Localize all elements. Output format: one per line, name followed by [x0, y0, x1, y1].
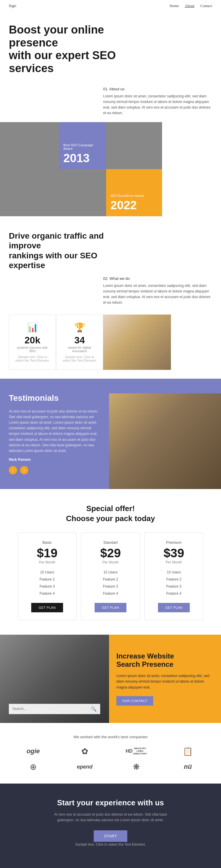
- pricing-card-basic: Basic $19 Per Month 15 UsersFeature 2Fea…: [18, 533, 77, 620]
- period-standart: Per Month: [87, 560, 134, 564]
- testimonials-name: Nick Parsen: [9, 457, 100, 462]
- pricing-heading: Special offer! Choose your pack today: [9, 504, 212, 524]
- image-grid: Best SEO Campaign Award 2013 SEO Excelle…: [0, 122, 221, 216]
- price-standart: $29: [87, 546, 134, 560]
- getplan-premium-button[interactable]: GET PLAN: [158, 603, 190, 612]
- period-basic: Per Month: [24, 560, 71, 564]
- period-premium: Per Month: [150, 560, 197, 564]
- tier-basic: Basic: [24, 540, 71, 545]
- stat-1: 📊 20k projects success rate 99% Sample t…: [9, 314, 56, 370]
- partner-hd: HDINDUSTRYLINESDIRECTORY: [126, 747, 147, 755]
- start-button[interactable]: START: [94, 830, 127, 842]
- pricing-section: Special offer! Choose your pack today Ba…: [0, 489, 221, 635]
- footer-cta-heading: Start your experience with us: [9, 798, 212, 807]
- stat-1-desc: Sample text. Click to select the Text El…: [15, 355, 50, 362]
- partner-flower: ✿: [81, 746, 88, 756]
- section2: Drive organic traffic and improve rankin…: [0, 216, 221, 379]
- about-label: 01. About us: [103, 87, 212, 91]
- stat-photo: [103, 314, 171, 370]
- cta-text: Lorem ipsum dolor sit amet, consetetur s…: [116, 673, 214, 690]
- hero-section: Boost your online presence with our expe…: [0, 12, 221, 84]
- whatwedo-text: Lorem ipsum dolor sit amet, consectetur …: [103, 283, 212, 306]
- photo-tablet: [59, 169, 106, 216]
- about-text: Lorem ipsum dolor sit amet, consectetur …: [103, 94, 212, 116]
- stat-1-subtitle: projects success rate 99%: [15, 346, 50, 353]
- stat-1-number: 20k: [15, 335, 50, 346]
- testimonials-section: Testimonials At vero eos et accusam et j…: [0, 379, 221, 489]
- partner-list: 📋: [183, 746, 193, 756]
- nav-contact[interactable]: Contact: [200, 3, 212, 8]
- stats-row: 📊 20k projects success rate 99% Sample t…: [9, 314, 212, 370]
- cta-left: 🔍: [0, 635, 109, 723]
- tier-premium: Premium: [150, 540, 197, 545]
- about-content: 01. About us Lorem ipsum dolor sit amet,…: [103, 87, 212, 116]
- price-basic: $19: [24, 546, 71, 560]
- search-input[interactable]: [12, 707, 91, 711]
- pricing-card-standart: Standart $29 Per Month 15 UsersFeature 2…: [81, 533, 140, 620]
- nav-about[interactable]: About: [185, 3, 194, 8]
- testimonials-arrows: ‹ ›: [9, 466, 100, 474]
- stat-2-desc: Sample text. Click to select the Text El…: [62, 355, 97, 362]
- getplan-standart-button[interactable]: GET PLAN: [94, 603, 127, 612]
- testimonials-title: Testimonials: [9, 393, 100, 403]
- testimonials-text: At vero eos et accusam et justo duo dolo…: [9, 409, 100, 454]
- pricing-cards: Basic $19 Per Month 15 UsersFeature 2Fea…: [9, 533, 212, 620]
- testimonials-photo: [109, 393, 221, 489]
- nav-home[interactable]: Home: [169, 3, 179, 8]
- partner-nu: nü: [184, 763, 192, 771]
- footer-note: Sample text. Click to select the Text El…: [52, 842, 169, 847]
- partners-grid: ogie ✿ HDINDUSTRYLINESDIRECTORY 📋 ⊕ epen…: [9, 746, 212, 772]
- partners-label: We worked with the world's best companie…: [9, 735, 212, 739]
- whatwedo-wrapper: 02. What we do Lorem ipsum dolor sit ame…: [9, 276, 212, 306]
- features-premium: 15 UsersFeature 2Feature 3Feature 4: [150, 569, 197, 597]
- photo-woman: [0, 122, 59, 216]
- search-icon: 🔍: [91, 706, 96, 712]
- nav-links: Home About Contact: [169, 3, 212, 8]
- stat-2-number: 34: [62, 335, 97, 346]
- award-2013: Best SEO Campaign Award 2013: [59, 122, 106, 169]
- stat-2-subtitle: award for digital innovation: [62, 346, 97, 353]
- pricing-card-premium: Premium $39 Per Month 15 UsersFeature 2F…: [144, 533, 203, 620]
- partner-ogie: ogie: [27, 747, 40, 755]
- cta-section: 🔍 Increase Website Search Presence Lorem…: [0, 635, 221, 723]
- features-basic: 15 UsersFeature 2Feature 3Feature 4: [24, 569, 71, 597]
- partner-epend: epend: [77, 764, 92, 770]
- award-2022: SEO Excellence Award 2022: [106, 169, 162, 216]
- photo-standing: [106, 122, 162, 169]
- partner-dots: ❋: [133, 762, 140, 772]
- our-contact-button[interactable]: OUR CONTACT: [116, 696, 153, 706]
- price-premium: $39: [150, 546, 197, 560]
- getplan-basic-button[interactable]: GET PLAN: [31, 603, 63, 612]
- logo: logo: [9, 3, 16, 8]
- cta-right: Increase Website Search Presence Lorem i…: [109, 635, 221, 723]
- whatwedo-content: 02. What we do Lorem ipsum dolor sit ame…: [103, 276, 212, 306]
- about-section: 01. About us Lorem ipsum dolor sit amet,…: [0, 84, 221, 122]
- tier-standart: Standart: [87, 540, 134, 545]
- cta-heading: Increase Website Search Presence: [116, 652, 214, 669]
- partners-section: We worked with the world's best companie…: [0, 723, 221, 783]
- footer-cta-text: At vero eos et accusam et justo duo dolo…: [52, 812, 169, 823]
- footer-cta-section: Start your experience with us At vero eo…: [0, 783, 221, 868]
- arrow-left-button[interactable]: ‹: [9, 466, 17, 474]
- testimonials-left: Testimonials At vero eos et accusam et j…: [0, 393, 109, 489]
- section2-heading: Drive organic traffic and improve rankin…: [9, 231, 121, 270]
- stat-1-icon: 📊: [15, 322, 50, 333]
- features-standart: 15 UsersFeature 2Feature 3Feature 4: [87, 569, 134, 597]
- stat-2-icon: 🏆: [62, 322, 97, 333]
- navbar: logo Home About Contact: [0, 0, 221, 12]
- hero-heading: Boost your online presence with our expe…: [9, 24, 150, 75]
- whatwedo-label: 02. What we do: [103, 276, 212, 281]
- partner-circle: ⊕: [30, 762, 36, 772]
- stat-2: 🏆 34 award for digital innovation Sample…: [56, 314, 103, 370]
- arrow-right-button[interactable]: ›: [20, 466, 28, 474]
- search-bar[interactable]: 🔍: [9, 704, 100, 714]
